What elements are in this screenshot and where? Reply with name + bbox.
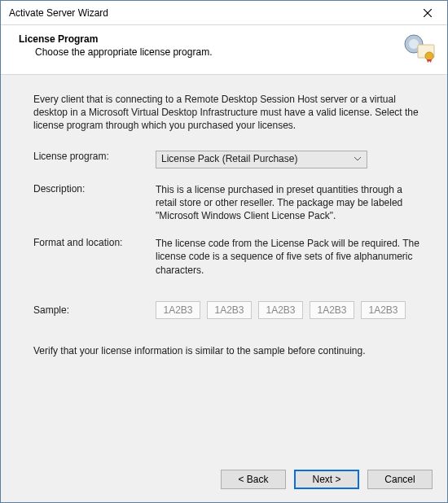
wizard-header: License Program Choose the appropriate l… [1, 25, 447, 75]
intro-text: Every client that is connecting to a Rem… [33, 93, 423, 133]
description-row: Description: This is a license purchased… [33, 183, 423, 223]
next-button[interactable]: Next > [294, 470, 359, 489]
sample-box-3: 1A2B3 [258, 301, 303, 319]
description-label: Description: [33, 183, 156, 223]
wizard-footer: < Back Next > Cancel [1, 460, 447, 502]
license-program-value: License Pack (Retail Purchase) [161, 152, 352, 165]
header-text: License Program Choose the appropriate l… [19, 33, 397, 58]
description-value: This is a license purchased in preset qu… [156, 183, 423, 223]
license-program-label: License program: [33, 151, 156, 168]
license-program-select[interactable]: License Pack (Retail Purchase) [156, 151, 367, 168]
titlebar: Activate Server Wizard [1, 1, 447, 25]
wizard-window: Activate Server Wizard License Program C… [0, 0, 448, 503]
chevron-down-icon [352, 157, 363, 161]
close-button[interactable] [411, 2, 444, 24]
sample-box-5: 1A2B3 [361, 301, 406, 319]
page-subtitle: Choose the appropriate license program. [35, 46, 397, 58]
format-label: Format and location: [33, 237, 156, 277]
sample-boxes: 1A2B3 1A2B3 1A2B3 1A2B3 1A2B3 [156, 301, 406, 319]
wizard-icon [403, 33, 436, 63]
license-program-row: License program: License Pack (Retail Pu… [33, 151, 423, 168]
sample-box-1: 1A2B3 [156, 301, 200, 319]
content-area: Every client that is connecting to a Rem… [1, 75, 447, 460]
window-title: Activate Server Wizard [9, 7, 411, 19]
back-button[interactable]: < Back [221, 470, 286, 489]
sample-box-2: 1A2B3 [207, 301, 252, 319]
svg-point-5 [425, 52, 433, 60]
close-icon [424, 9, 432, 17]
sample-box-4: 1A2B3 [310, 301, 354, 319]
sample-label: Sample: [33, 304, 156, 316]
verify-text: Verify that your license information is … [33, 345, 423, 356]
cancel-button[interactable]: Cancel [367, 470, 433, 489]
page-title: License Program [19, 33, 397, 45]
format-value: The license code from the License Pack w… [156, 237, 423, 277]
format-row: Format and location: The license code fr… [33, 237, 423, 277]
sample-row: Sample: 1A2B3 1A2B3 1A2B3 1A2B3 1A2B3 [33, 301, 423, 319]
svg-point-3 [409, 39, 419, 49]
